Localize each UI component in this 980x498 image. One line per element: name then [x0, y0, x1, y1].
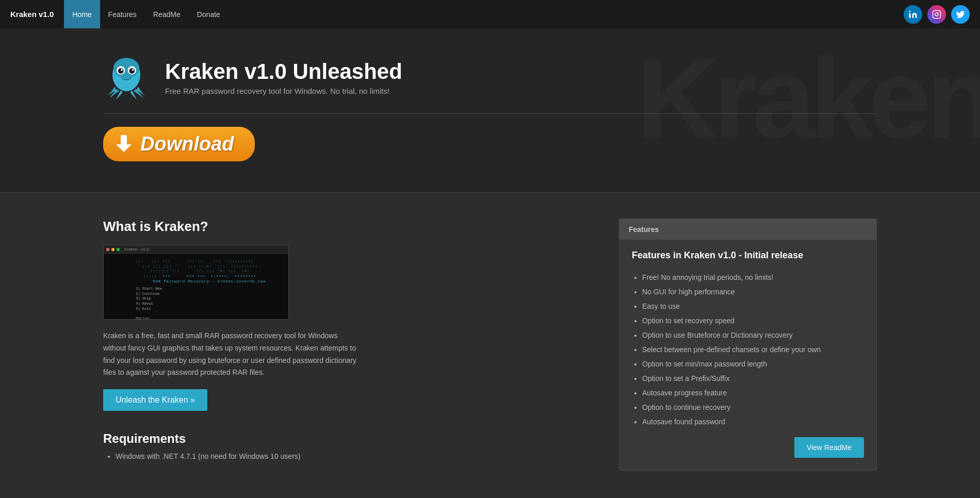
hero-section: Kraken Kraken v1.0 Unleashed [0, 28, 980, 193]
feature-item-1: No GUI for high performance [642, 285, 864, 299]
hero-divider [103, 113, 877, 114]
svg-point-11 [132, 69, 134, 71]
svg-point-2 [935, 13, 938, 16]
content-section: What is Kraken? Kraken - v1.0 ::: ::: ::… [0, 193, 980, 496]
feature-item-6: Option to set min/max password length [642, 357, 864, 371]
features-list: Free! No annoying trial periods, no limi… [632, 270, 864, 429]
download-arrow-icon [113, 134, 134, 155]
hero-title: Kraken v1.0 Unleashed [165, 59, 402, 84]
feature-item-5: Select between pre-defined charsets or d… [642, 342, 864, 357]
svg-marker-13 [116, 144, 132, 152]
nav-donate[interactable]: Donate [189, 0, 228, 28]
description-text: Kraken is a free, fast and small RAR pas… [103, 330, 361, 379]
svg-point-5 [113, 58, 139, 78]
navbar-brand: Kraken v1.0 [10, 10, 54, 19]
what-is-title: What is Kraken? [103, 219, 593, 235]
instagram-icon[interactable] [927, 5, 946, 24]
hero-title-block: Kraken v1.0 Unleashed Free RAR password … [165, 59, 402, 95]
hero-header: Kraken v1.0 Unleashed Free RAR password … [103, 54, 877, 101]
view-readme-button[interactable]: View ReadMe [794, 437, 864, 458]
svg-point-0 [909, 10, 911, 12]
navbar-links: Home Features ReadMe Donate [64, 0, 904, 28]
terminal-content: ::: ::: ::: ::: ::: ::: :::::::::: ::: :… [124, 257, 268, 320]
features-title: Features in Kraken v1.0 - Initial releas… [632, 250, 864, 261]
requirement-item: Windows with .NET 4.7.1 (no need for Win… [116, 452, 593, 460]
navbar: Kraken v1.0 Home Features ReadMe Donate [0, 0, 980, 28]
feature-item-3: Option to set recovery speed [642, 313, 864, 328]
nav-readme[interactable]: ReadMe [145, 0, 189, 28]
terminal-close-dot [106, 248, 109, 251]
screenshot-container: Kraken - v1.0 ::: ::: ::: ::: ::: ::: ::… [103, 245, 289, 320]
requirements-list: Windows with .NET 4.7.1 (no need for Win… [103, 452, 593, 460]
feature-item-4: Option to use Bruteforce or Dictionary r… [642, 328, 864, 342]
feature-item-9: Option to continue recovery [642, 400, 864, 414]
svg-rect-12 [121, 135, 127, 144]
download-button[interactable]: Download [103, 127, 255, 161]
svg-point-9 [129, 68, 135, 74]
terminal-header: Kraken - v1.0 [104, 245, 288, 254]
requirements-section: Requirements Windows with .NET 4.7.1 (no… [103, 431, 593, 460]
features-panel-body: Features in Kraken v1.0 - Initial releas… [619, 240, 876, 470]
requirements-title: Requirements [103, 431, 593, 446]
svg-point-8 [118, 68, 124, 74]
kraken-logo [103, 54, 150, 101]
twitter-icon[interactable] [951, 5, 970, 24]
terminal-maximize-dot [117, 248, 120, 251]
svg-point-3 [938, 12, 939, 13]
nav-home[interactable]: Home [64, 0, 100, 28]
linkedin-icon[interactable] [904, 5, 922, 24]
svg-point-10 [121, 69, 123, 71]
feature-item-8: Autosave progress feature [642, 386, 864, 400]
features-panel-header: Features [619, 219, 876, 240]
unleash-button[interactable]: Unleash the Kraken » [103, 389, 207, 411]
terminal-title: Kraken - v1.0 [124, 247, 149, 252]
feature-item-0: Free! No annoying trial periods, no limi… [642, 270, 864, 285]
svg-rect-1 [933, 10, 941, 18]
nav-features[interactable]: Features [100, 0, 145, 28]
download-label: Download [140, 133, 234, 155]
features-panel: Features Features in Kraken v1.0 - Initi… [619, 219, 877, 471]
content-left: What is Kraken? Kraken - v1.0 ::: ::: ::… [103, 219, 593, 460]
terminal-minimize-dot [111, 248, 115, 251]
hero-subtitle: Free RAR password recovery tool for Wind… [165, 87, 402, 95]
feature-item-10: Autosave found password [642, 414, 864, 429]
navbar-socials [904, 5, 970, 24]
terminal-body: ::: ::: ::: ::: ::: ::: :::::::::: ::: :… [104, 254, 288, 320]
feature-item-2: Easy to use [642, 299, 864, 313]
feature-item-7: Option to set a Prefix/Suffix [642, 371, 864, 386]
